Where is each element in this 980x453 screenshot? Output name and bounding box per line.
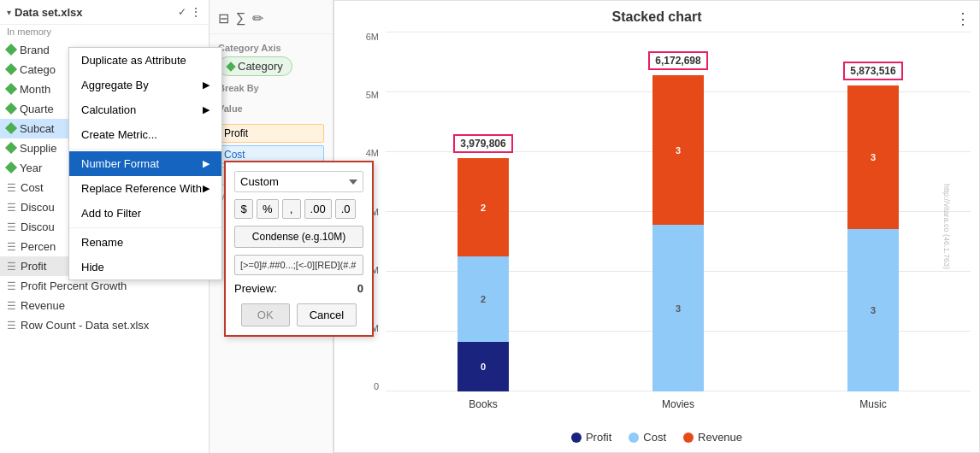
panel-icon-2[interactable]: ✏ xyxy=(252,10,263,26)
chart-panel: Stacked chart ⋮ 01M2M3M4M5M6M 3,979,8060… xyxy=(334,0,980,453)
number-format-submenu: CustomGeneralNumberCurrencyPercentageSci… xyxy=(224,161,374,337)
field-item-row-count---data-set.xlsx[interactable]: ☰Row Count - Data set.xlsx xyxy=(0,315,209,335)
legend-item-cost: Cost xyxy=(629,431,666,444)
field-label: Revenue xyxy=(21,299,65,312)
field-icon: ☰ xyxy=(7,319,16,332)
menu-item-label: Hide xyxy=(81,261,104,274)
category-axis-section: Category Axis Category xyxy=(210,39,333,79)
bar-group-label: Books xyxy=(469,398,497,410)
bar-group-label: Music xyxy=(859,398,886,410)
menu-item-label: Replace Reference With xyxy=(81,182,202,195)
field-icon xyxy=(7,103,15,115)
category-chip[interactable]: Category xyxy=(218,56,292,76)
collapse-icon[interactable]: ▾ xyxy=(7,8,11,17)
legend-label: Cost xyxy=(643,431,666,444)
field-label: Discou xyxy=(21,221,55,233)
menu-item-create-metric...[interactable]: Create Metric... xyxy=(69,122,221,147)
bar-segment-revenue: 3 xyxy=(847,85,899,229)
grid-line xyxy=(386,32,971,32)
bar-segment-cost: 3 xyxy=(652,225,704,391)
chart-area: 01M2M3M4M5M6M 3,979,806022Books6,172,698… xyxy=(343,32,971,426)
condense-button[interactable]: Condense (e.g.10M) xyxy=(234,226,363,248)
chip-diamond xyxy=(226,62,235,71)
menu-item-label: Number Format xyxy=(81,157,159,170)
format-expression: [>=0]#.##0...;[<-0][RED](#.# xyxy=(234,255,363,275)
field-label: Profit xyxy=(21,260,46,273)
menu-item-replace-reference-with[interactable]: Replace Reference With▶ xyxy=(69,176,221,201)
callout-label: 3,979,806 xyxy=(453,134,512,153)
menu-item-duplicate-as-attribute[interactable]: Duplicate as Attribute xyxy=(69,48,221,73)
field-icon xyxy=(7,162,15,174)
format-symbol-btn[interactable]: , xyxy=(282,199,301,219)
menu-item-add-to-filter[interactable]: Add to Filter xyxy=(69,201,221,226)
ok-button[interactable]: OK xyxy=(241,303,290,327)
value-label: Value xyxy=(218,103,324,114)
format-select-row: CustomGeneralNumberCurrencyPercentageSci… xyxy=(234,171,363,192)
field-label: Year xyxy=(20,162,42,174)
field-icon: ☰ xyxy=(7,221,16,233)
dataset-header: ▾ Data set.xlsx ✓ ⋮ xyxy=(0,0,209,25)
submenu-arrow-icon: ▶ xyxy=(203,158,210,169)
format-symbol-btn[interactable]: .00 xyxy=(304,199,332,219)
submenu-arrow-icon: ▶ xyxy=(203,183,210,194)
menu-item-number-format[interactable]: Number Format▶ xyxy=(69,151,221,176)
submenu-arrow-icon: ▶ xyxy=(203,104,210,115)
menu-item-rename[interactable]: Rename xyxy=(69,230,221,255)
legend-item-revenue: Revenue xyxy=(683,431,742,444)
y-tick: 5M xyxy=(366,90,379,100)
legend-dot xyxy=(683,432,694,443)
bar-group-label: Movies xyxy=(662,398,694,410)
bar-stack: 3,979,806022 xyxy=(458,158,509,391)
format-symbol-btn[interactable]: .0 xyxy=(335,199,357,219)
legend-dot xyxy=(629,432,639,443)
field-icon: ☰ xyxy=(7,260,16,273)
legend-label: Revenue xyxy=(698,431,742,444)
value-tag-profit[interactable]: Profit xyxy=(218,124,324,143)
format-symbol-btn[interactable]: % xyxy=(257,199,279,219)
bar-group-movies: 6,172,69833Movies xyxy=(652,75,704,391)
field-label: Cost xyxy=(21,181,44,194)
watermark: http://vitara.co (46.1.763) xyxy=(942,184,951,269)
menu-item-label: Calculation xyxy=(81,103,136,116)
chart-title: Stacked chart xyxy=(343,9,971,25)
chart-more-icon[interactable]: ⋮ xyxy=(955,9,971,28)
y-tick: 4M xyxy=(366,148,379,158)
bar-segment-cost: 2 xyxy=(458,256,509,342)
format-type-select[interactable]: CustomGeneralNumberCurrencyPercentageSci… xyxy=(234,171,363,192)
break-by-label: Break By xyxy=(218,83,324,93)
field-label: Row Count - Data set.xlsx xyxy=(21,319,149,332)
preview-value: 0 xyxy=(357,282,363,295)
cancel-button[interactable]: Cancel xyxy=(297,303,357,327)
dataset-name: Data set.xlsx xyxy=(15,6,174,19)
menu-item-calculation[interactable]: Calculation▶ xyxy=(69,97,221,122)
callout-label: 5,873,516 xyxy=(843,62,902,80)
value-section: Value xyxy=(210,100,333,121)
field-label: Supplie xyxy=(20,142,56,155)
field-icon xyxy=(7,63,15,76)
legend-item-profit: Profit xyxy=(571,431,611,444)
y-tick: 6M xyxy=(366,32,379,42)
format-symbol-btn[interactable]: $ xyxy=(234,199,253,219)
more-icon[interactable]: ⋮ xyxy=(190,5,202,19)
legend-dot xyxy=(571,432,582,443)
bar-segment-profit: 0 xyxy=(458,342,509,391)
field-label: Catego xyxy=(20,63,56,76)
submenu-arrow-icon: ▶ xyxy=(203,79,210,91)
menu-item-hide[interactable]: Hide xyxy=(69,255,221,279)
field-icon: ☰ xyxy=(7,279,16,292)
field-label: Brand xyxy=(20,44,50,56)
panel-icon-1[interactable]: ∑ xyxy=(236,10,245,26)
menu-item-label: Aggregate By xyxy=(81,79,149,91)
field-icon xyxy=(7,44,15,56)
action-buttons: OK Cancel xyxy=(234,303,363,327)
field-icon: ☰ xyxy=(7,299,16,312)
menu-item-aggregate-by[interactable]: Aggregate By▶ xyxy=(69,73,221,97)
y-tick: 0 xyxy=(374,381,379,391)
bars-container: 3,979,806022Books6,172,69833Movies5,873,… xyxy=(386,32,971,391)
panel-icon-row: ⊟∑✏ xyxy=(210,7,333,34)
panel-icon-0[interactable]: ⊟ xyxy=(218,10,229,26)
menu-item-label: Add to Filter xyxy=(81,207,141,220)
field-item-revenue[interactable]: ☰Revenue xyxy=(0,296,209,315)
check-icon: ✓ xyxy=(178,6,186,18)
category-axis-label: Category Axis xyxy=(218,43,324,53)
